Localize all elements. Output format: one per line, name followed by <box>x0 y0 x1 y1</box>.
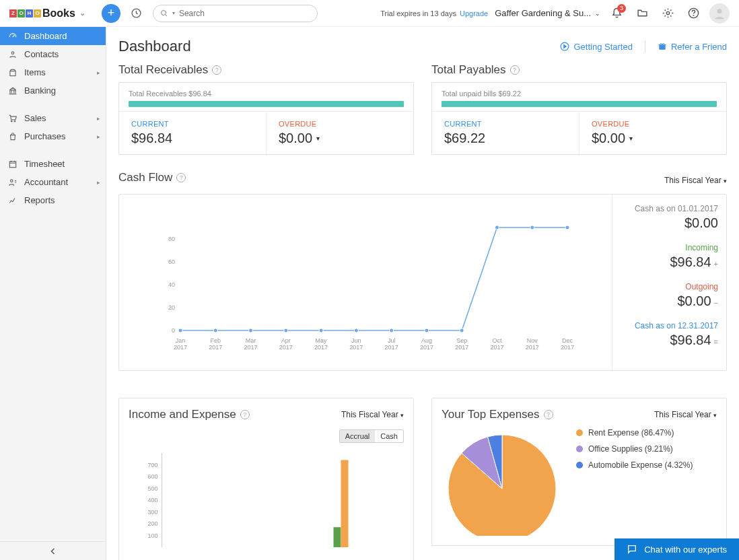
receivables-overdue-dropdown[interactable]: $0.00▾ <box>279 131 401 146</box>
sidebar-item-items[interactable]: Items▸ <box>0 63 106 81</box>
svg-text:May: May <box>316 337 328 344</box>
svg-point-25 <box>354 328 358 332</box>
documents-button[interactable] <box>633 4 652 23</box>
svg-point-8 <box>11 120 12 122</box>
svg-text:2017: 2017 <box>455 344 468 351</box>
toggle-accrual[interactable]: Accrual <box>340 430 376 442</box>
chevron-right-icon: ▸ <box>97 69 100 76</box>
recent-activity-button[interactable] <box>127 4 146 23</box>
chevron-down-icon: ▾ <box>629 135 633 142</box>
svg-text:Aug: Aug <box>421 337 432 344</box>
svg-text:80: 80 <box>168 236 175 242</box>
receivables-current-label: CURRENT <box>131 120 254 128</box>
chevron-right-icon: ▸ <box>97 115 100 122</box>
refer-friend-link[interactable]: Refer a Friend <box>658 42 727 52</box>
svg-point-20 <box>178 328 182 332</box>
chevron-right-icon: ▸ <box>97 179 100 186</box>
svg-point-28 <box>460 328 464 332</box>
sidebar-item-sales[interactable]: Sales▸ <box>0 109 106 127</box>
svg-text:2017: 2017 <box>279 344 293 351</box>
sidebar-item-dashboard[interactable]: Dashboard <box>0 27 106 45</box>
chevron-left-icon <box>49 547 57 555</box>
brand-logo[interactable]: ZOHO Books ⌄ <box>9 7 95 20</box>
brand-chevron-icon: ⌄ <box>79 9 85 18</box>
ie-range-dropdown[interactable]: This Fiscal Year ▾ <box>341 410 404 419</box>
svg-text:Dec: Dec <box>562 337 573 344</box>
chat-experts-button[interactable]: Chat with our experts <box>614 538 739 560</box>
sidebar-collapse-button[interactable] <box>0 541 106 560</box>
payables-subtitle: Total unpaid bills $69.22 <box>442 90 717 98</box>
receivables-progress <box>129 101 404 107</box>
ie-chart: 100200300400500600700 <box>129 450 404 551</box>
help-icon[interactable]: ? <box>510 65 520 75</box>
help-icon[interactable]: ? <box>176 173 186 182</box>
sidebar: DashboardContactsItems▸BankingSales▸Purc… <box>0 27 106 560</box>
cashflow-range-dropdown[interactable]: This Fiscal Year ▾ <box>664 176 727 185</box>
svg-point-24 <box>319 328 323 332</box>
top-expenses-card: Your Top Expenses? This Fiscal Year ▾ Re… <box>431 398 727 546</box>
te-range-dropdown[interactable]: This Fiscal Year ▾ <box>654 410 717 419</box>
svg-text:2017: 2017 <box>420 344 433 351</box>
upgrade-link[interactable]: Upgrade <box>460 9 488 18</box>
sidebar-item-reports[interactable]: Reports <box>0 191 106 209</box>
payables-overdue-dropdown[interactable]: $0.00▾ <box>592 131 714 146</box>
help-icon[interactable]: ? <box>212 65 221 75</box>
legend-item: Automobile Expense (4.32%) <box>576 460 693 470</box>
sidebar-item-contacts[interactable]: Contacts <box>0 45 106 63</box>
contacts-icon <box>8 50 17 59</box>
svg-rect-7 <box>10 71 15 75</box>
cashflow-chart: 020406080Jan2017Feb2017Mar2017Apr2017May… <box>134 209 597 357</box>
getting-started-link[interactable]: Getting Started <box>560 42 632 52</box>
sidebar-item-label: Dashboard <box>24 31 67 41</box>
search-scope-chevron-icon[interactable]: ▾ <box>172 10 175 16</box>
help-icon[interactable]: ? <box>240 410 250 419</box>
svg-text:Jan: Jan <box>176 337 186 344</box>
incoming-label: Incoming <box>621 243 718 252</box>
bag-icon <box>8 132 17 141</box>
svg-text:Nov: Nov <box>527 337 538 344</box>
svg-point-9 <box>14 120 15 122</box>
svg-rect-64 <box>334 527 341 547</box>
svg-text:Feb: Feb <box>211 337 221 344</box>
payables-current-label: CURRENT <box>444 120 567 128</box>
svg-text:2017: 2017 <box>244 344 258 351</box>
profile-avatar[interactable] <box>709 3 730 24</box>
sidebar-item-timesheet[interactable]: Timesheet <box>0 155 106 173</box>
search-input[interactable] <box>179 9 310 18</box>
top-expenses-pie <box>442 428 563 536</box>
time-icon <box>8 160 17 169</box>
svg-text:Jul: Jul <box>388 337 396 344</box>
sidebar-item-label: Reports <box>24 195 55 205</box>
page-title: Dashboard <box>118 38 191 55</box>
help-icon[interactable]: ? <box>544 410 553 419</box>
svg-rect-10 <box>9 161 15 167</box>
svg-text:20: 20 <box>168 304 175 311</box>
sidebar-item-label: Contacts <box>24 49 59 59</box>
te-title: Your Top Expenses <box>442 408 540 421</box>
svg-rect-65 <box>341 460 349 548</box>
settings-button[interactable] <box>658 4 677 23</box>
sidebar-item-accountant[interactable]: Accountant▸ <box>0 173 106 191</box>
svg-point-21 <box>213 328 217 332</box>
sidebar-item-purchases[interactable]: Purchases▸ <box>0 127 106 145</box>
search-icon <box>160 9 168 18</box>
toggle-cash[interactable]: Cash <box>375 430 403 442</box>
svg-point-11 <box>11 179 13 182</box>
svg-point-30 <box>530 225 534 230</box>
chevron-down-icon: ▾ <box>400 412 404 419</box>
separator <box>645 40 645 53</box>
sidebar-item-label: Accountant <box>24 177 68 187</box>
sidebar-item-banking[interactable]: Banking <box>0 81 106 100</box>
svg-point-26 <box>390 328 394 332</box>
svg-text:2017: 2017 <box>174 344 187 351</box>
notifications-badge: 3 <box>617 4 626 13</box>
help-button[interactable] <box>684 4 703 23</box>
sidebar-item-label: Sales <box>24 113 46 123</box>
svg-text:2017: 2017 <box>385 344 398 351</box>
search-box[interactable]: ▾ <box>153 5 318 22</box>
ie-basis-toggle[interactable]: AccrualCash <box>339 429 404 443</box>
payables-overdue-label: OVERDUE <box>592 120 714 128</box>
notifications-button[interactable]: 3 <box>607 4 626 23</box>
quick-add-button[interactable]: + <box>102 4 120 23</box>
org-switcher[interactable]: Gaffer Gardening & Su... ⌄ <box>495 8 600 18</box>
